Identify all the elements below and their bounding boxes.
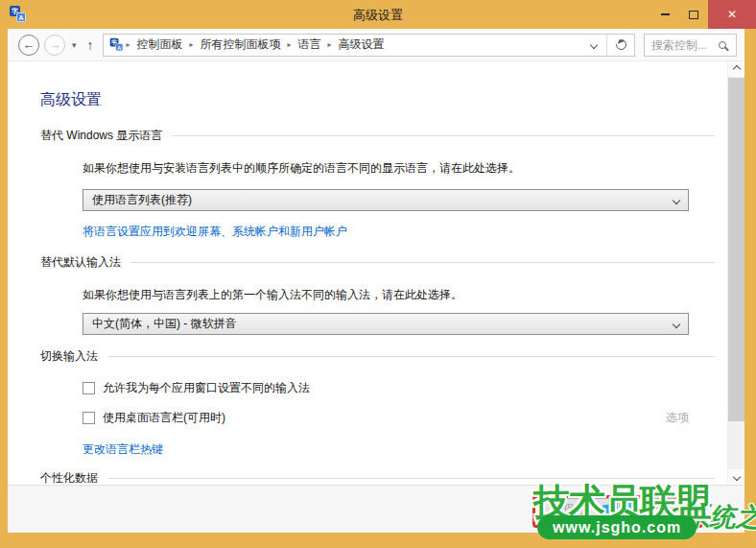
refresh-icon — [613, 37, 627, 52]
address-bar[interactable]: 字 A ▸ 控制面板 ▸ 所有控制面板项 ▸ 语言 ▸ 高级设置 — [103, 34, 635, 57]
change-language-bar-hotkeys-link[interactable]: 更改语言栏热键 — [83, 442, 163, 456]
maximize-icon — [689, 11, 698, 19]
chevron-down-icon — [673, 196, 680, 203]
address-history-chevron-icon[interactable] — [590, 40, 598, 48]
maximize-button[interactable] — [679, 0, 708, 29]
advanced-settings-window: 字 A 高级设置 ✕ ← → ▾ ↑ 字 A ▸ 控制面板 ▸ — [0, 0, 756, 548]
recent-pages-dropdown[interactable]: ▾ — [72, 40, 77, 50]
checkbox-label: 使用桌面语言栏(可用时) — [103, 410, 225, 426]
settings-content: 高级设置 替代 Windows 显示语言 如果你想使用与安装语言列表中的顺序所确… — [8, 61, 727, 485]
section-default-input: 替代默认输入法 — [40, 254, 715, 271]
forward-icon: → — [49, 37, 61, 52]
section-switch-input: 切换输入法 — [40, 348, 715, 365]
scrollbar-thumb[interactable] — [728, 78, 744, 421]
page-title: 高级设置 — [40, 90, 715, 110]
back-icon: ← — [23, 37, 35, 52]
checkbox-row-per-app[interactable]: 允许我为每个应用窗口设置不同的输入法 — [83, 380, 689, 396]
default-input-description: 如果你想使用与语言列表上的第一个输入法不同的输入法，请在此处选择。 — [83, 288, 715, 301]
window-title: 高级设置 — [0, 7, 756, 24]
hotkey-link-row: 更改语言栏热键 — [83, 440, 715, 458]
breadcrumb-language[interactable]: 语言 — [292, 36, 328, 53]
per-app-input-checkbox[interactable] — [83, 382, 95, 394]
minimize-button[interactable] — [650, 0, 679, 29]
back-button[interactable]: ← — [18, 35, 39, 56]
section-rule — [107, 356, 715, 357]
close-icon: ✕ — [727, 8, 737, 21]
breadcrumb-control-panel[interactable]: 控制面板 — [130, 36, 190, 53]
language-icon: 字 A — [109, 38, 123, 52]
section-display-language: 替代 Windows 显示语言 — [40, 128, 715, 144]
chevron-down-icon — [673, 320, 680, 327]
close-button[interactable]: ✕ — [708, 0, 756, 29]
section-label: 切换输入法 — [40, 348, 98, 365]
section-label: 替代默认输入法 — [40, 254, 121, 271]
apply-link-row: 将语言设置应用到欢迎屏幕、系统帐户和新用户帐户 — [83, 222, 715, 240]
navigation-bar: ← → ▾ ↑ 字 A ▸ 控制面板 ▸ 所有控制面板项 ▸ 语言 ▸ 高级设置 — [8, 29, 744, 61]
dropdown-value: 中文(简体，中国) - 微软拼音 — [92, 316, 237, 332]
default-input-dropdown[interactable]: 中文(简体，中国) - 微软拼音 — [83, 313, 689, 335]
chevron-down-icon — [732, 473, 740, 481]
checkbox-label: 允许我为每个应用窗口设置不同的输入法 — [103, 380, 310, 396]
section-rule — [130, 262, 715, 263]
section-rule — [172, 135, 715, 136]
minimize-icon — [661, 13, 670, 15]
apply-language-settings-link[interactable]: 将语言设置应用到欢迎屏幕、系统帐户和新用户帐户 — [83, 225, 347, 238]
display-language-description: 如果你想使用与安装语言列表中的顺序所确定的语言不同的显示语言，请在此处选择。 — [83, 161, 715, 175]
desktop-language-bar-checkbox[interactable] — [83, 412, 95, 424]
watermark-url: www.jsgho.com — [537, 515, 697, 539]
up-button[interactable]: ↑ — [87, 37, 94, 53]
caption-buttons: ✕ — [650, 0, 756, 29]
breadcrumb-all-items[interactable]: 所有控制面板项 — [194, 36, 288, 53]
search-box[interactable] — [644, 34, 737, 57]
title-bar: 字 A 高级设置 ✕ — [0, 0, 756, 29]
chevron-up-icon — [732, 65, 740, 73]
forward-button[interactable]: → — [44, 35, 65, 56]
options-link-disabled: 选项 — [666, 410, 689, 426]
display-language-dropdown[interactable]: 使用语言列表(推荐) — [83, 189, 689, 211]
scroll-down-button[interactable] — [728, 469, 744, 485]
section-label: 替代 Windows 显示语言 — [40, 128, 162, 144]
dropdown-value: 使用语言列表(推荐) — [92, 192, 192, 208]
window-frame: ← → ▾ ↑ 字 A ▸ 控制面板 ▸ 所有控制面板项 ▸ 语言 ▸ 高级设置 — [8, 29, 744, 533]
section-label: 个性化数据 — [40, 470, 98, 485]
scroll-up-button[interactable] — [728, 61, 744, 77]
refresh-button[interactable] — [607, 35, 634, 56]
breadcrumb-advanced-settings[interactable]: 高级设置 — [332, 36, 391, 53]
vertical-scrollbar[interactable] — [727, 61, 744, 485]
checkbox-row-language-bar[interactable]: 使用桌面语言栏(可用时) 选项 — [83, 410, 689, 426]
search-input[interactable] — [651, 38, 719, 52]
search-icon[interactable] — [719, 41, 726, 49]
main-area: 高级设置 替代 Windows 显示语言 如果你想使用与安装语言列表中的顺序所确… — [8, 61, 744, 485]
